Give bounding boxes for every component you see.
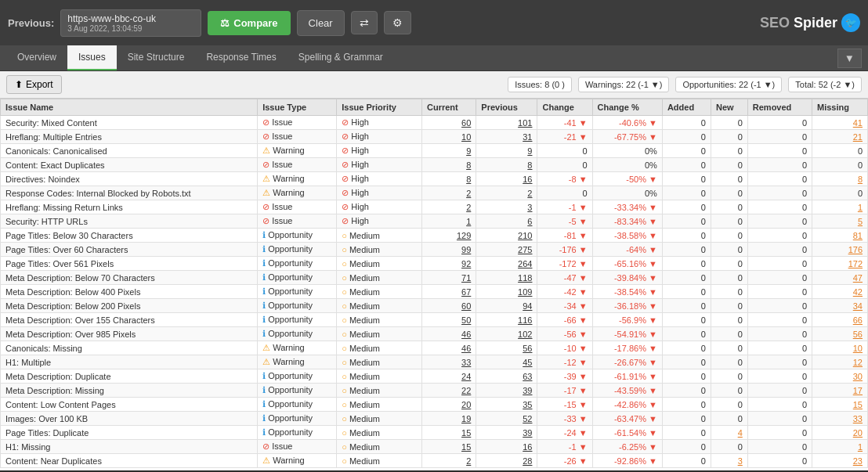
missing-link[interactable]: 8 <box>858 175 863 184</box>
missing-link[interactable]: 41 <box>853 118 863 128</box>
table-row[interactable]: H1: Multiple Warning Medium 33 45 -12 ▼ … <box>1 355 868 369</box>
tab-response-times[interactable]: Response Times <box>195 45 287 70</box>
prev-link[interactable]: 39 <box>523 386 532 395</box>
cell-previous[interactable]: 264 <box>476 257 537 271</box>
cell-current[interactable]: 24 <box>421 369 476 384</box>
current-link[interactable]: 2 <box>466 203 471 212</box>
col-change[interactable]: Change <box>537 99 592 116</box>
current-link[interactable]: 60 <box>461 118 471 128</box>
opportunities-stat[interactable]: Opportunities: 22 (-1 ▼) <box>675 77 782 92</box>
cell-previous[interactable]: 16 <box>476 172 537 186</box>
cell-missing[interactable]: 41 <box>812 116 868 130</box>
current-link[interactable]: 20 <box>461 400 471 409</box>
missing-link[interactable]: 15 <box>853 400 863 409</box>
table-row[interactable]: Page Titles: Over 561 Pixels Opportunity… <box>1 257 868 271</box>
table-row[interactable]: Content: Low Content Pages Opportunity M… <box>1 398 868 412</box>
cell-missing[interactable]: 33 <box>812 412 868 426</box>
cell-missing[interactable]: 81 <box>812 229 868 243</box>
table-row[interactable]: Page Titles: Duplicate Opportunity Mediu… <box>1 426 868 440</box>
tab-dropdown-button[interactable]: ▼ <box>837 49 862 68</box>
clear-button[interactable]: Clear <box>297 10 345 36</box>
cell-current[interactable]: 33 <box>421 355 476 369</box>
current-link[interactable]: 8 <box>466 160 471 170</box>
missing-link[interactable]: 176 <box>848 245 863 254</box>
prev-link[interactable]: 45 <box>523 358 532 367</box>
col-new[interactable]: New <box>711 99 747 116</box>
prev-link[interactable]: 63 <box>523 372 532 381</box>
table-row[interactable]: Meta Description: Over 985 Pixels Opport… <box>1 327 868 341</box>
col-issue-priority[interactable]: Issue Priority <box>337 99 422 116</box>
cell-missing[interactable]: 20 <box>812 426 868 440</box>
prev-link[interactable]: 28 <box>523 456 532 466</box>
total-stat[interactable]: Total: 52 (-2 ▼) <box>788 77 862 92</box>
table-row[interactable]: Hreflang: Multiple Entries Issue High 10… <box>1 130 868 144</box>
cell-missing[interactable]: 0 <box>812 144 868 158</box>
cell-missing[interactable]: 172 <box>812 257 868 271</box>
cell-current[interactable]: 2 <box>421 186 476 200</box>
table-row[interactable]: Security: HTTP URLs Issue High 1 6 -5 ▼ … <box>1 214 868 229</box>
cell-previous[interactable]: 275 <box>476 243 537 257</box>
cell-missing[interactable]: 47 <box>812 271 868 285</box>
prev-link[interactable]: 101 <box>518 118 532 128</box>
prev-link[interactable]: 94 <box>523 301 532 311</box>
cell-new[interactable]: 0 <box>711 229 747 243</box>
cell-previous[interactable]: 102 <box>476 327 537 341</box>
table-row[interactable]: Meta Description: Below 400 Pixels Oppor… <box>1 285 868 299</box>
cell-current[interactable]: 15 <box>421 426 476 440</box>
missing-link[interactable]: 56 <box>853 330 863 339</box>
cell-missing[interactable]: 1 <box>812 200 868 214</box>
cell-previous[interactable]: 9 <box>476 144 537 158</box>
current-link[interactable]: 15 <box>461 442 471 452</box>
prev-link[interactable]: 2 <box>527 189 532 198</box>
prev-link[interactable]: 56 <box>523 344 532 353</box>
col-missing[interactable]: Missing <box>812 99 868 116</box>
cell-previous[interactable]: 35 <box>476 398 537 412</box>
cell-new[interactable]: 0 <box>711 172 747 186</box>
table-row[interactable]: Meta Description: Below 70 Characters Op… <box>1 271 868 285</box>
cell-previous[interactable]: 16 <box>476 440 537 454</box>
cell-current[interactable]: 92 <box>421 257 476 271</box>
missing-link[interactable]: 1 <box>858 203 863 212</box>
col-change-pct[interactable]: Change % <box>592 99 662 116</box>
prev-link[interactable]: 118 <box>518 273 532 283</box>
cell-new[interactable]: 0 <box>711 398 747 412</box>
settings-button[interactable]: ⚙ <box>384 11 411 34</box>
missing-link[interactable]: 172 <box>848 259 863 268</box>
missing-link[interactable]: 30 <box>853 372 863 381</box>
cell-current[interactable]: 22 <box>421 384 476 398</box>
missing-link[interactable]: 42 <box>853 287 863 297</box>
table-row[interactable]: Page Titles: Below 30 Characters Opportu… <box>1 229 868 243</box>
table-row[interactable]: Hreflang: Missing Return Links Issue Hig… <box>1 200 868 214</box>
cell-new[interactable]: 0 <box>711 327 747 341</box>
prev-link[interactable]: 275 <box>518 245 532 254</box>
cell-new[interactable]: 0 <box>711 144 747 158</box>
cell-missing[interactable]: 10 <box>812 341 868 355</box>
cell-previous[interactable]: 63 <box>476 369 537 384</box>
prev-link[interactable]: 109 <box>518 287 532 297</box>
prev-link[interactable]: 16 <box>523 442 532 452</box>
missing-link[interactable]: 66 <box>853 315 863 325</box>
tab-issues[interactable]: Issues <box>67 45 117 70</box>
table-row[interactable]: Images: Over 100 KB Opportunity Medium 1… <box>1 412 868 426</box>
cell-current[interactable]: 60 <box>421 116 476 130</box>
table-row[interactable]: Page Titles: Over 60 Characters Opportun… <box>1 243 868 257</box>
cell-new[interactable]: 0 <box>711 116 747 130</box>
cell-current[interactable]: 19 <box>421 412 476 426</box>
prev-link[interactable]: 16 <box>523 175 532 184</box>
tab-site-structure[interactable]: Site Structure <box>117 45 196 70</box>
cell-previous[interactable]: 116 <box>476 313 537 327</box>
cell-previous[interactable]: 2 <box>476 186 537 200</box>
cell-new[interactable]: 3 <box>711 454 747 468</box>
col-issue-name[interactable]: Issue Name <box>1 99 258 116</box>
cell-new[interactable]: 0 <box>711 243 747 257</box>
cell-missing[interactable]: 21 <box>812 130 868 144</box>
cell-current[interactable]: 1 <box>421 214 476 229</box>
cell-previous[interactable]: 28 <box>476 454 537 468</box>
cell-current[interactable]: 50 <box>421 313 476 327</box>
current-link[interactable]: 33 <box>461 358 471 367</box>
cell-missing[interactable]: 30 <box>812 369 868 384</box>
table-row[interactable]: Meta Description: Over 155 Characters Op… <box>1 313 868 327</box>
cell-current[interactable]: 60 <box>421 299 476 313</box>
current-link[interactable]: 1 <box>466 217 471 226</box>
prev-link[interactable]: 35 <box>523 400 532 409</box>
